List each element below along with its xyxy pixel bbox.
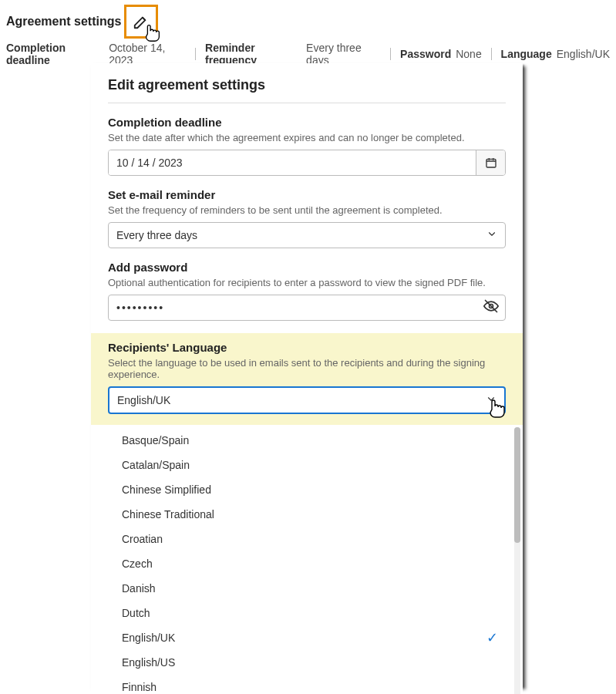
language-option[interactable]: Dutch✓ xyxy=(91,601,523,625)
pencil-icon xyxy=(133,13,150,30)
recipients-language-value: English/UK xyxy=(117,394,170,406)
summary-deadline-label: Completion deadline xyxy=(6,42,104,66)
language-option-label: Chinese Simplified xyxy=(122,483,211,496)
password-desc: Optional authentication for recipients t… xyxy=(108,277,506,288)
recipients-language-select[interactable]: English/UK xyxy=(108,386,506,414)
language-option-label: Chinese Traditional xyxy=(122,508,214,520)
language-option-label: English/US xyxy=(122,656,175,669)
language-option[interactable]: Czech✓ xyxy=(91,551,523,576)
toggle-password-visibility-button[interactable] xyxy=(483,298,499,317)
language-dropdown[interactable]: Basque/Spain✓Catalan/Spain✓Chinese Simpl… xyxy=(91,425,523,694)
password-field[interactable] xyxy=(108,295,506,321)
language-option-label: Catalan/Spain xyxy=(122,459,190,471)
language-option-label: Danish xyxy=(122,582,156,595)
reminder-frequency-value: Every three days xyxy=(116,229,197,241)
summary-language-value: English/UK xyxy=(557,48,610,60)
language-option[interactable]: Chinese Simplified✓ xyxy=(91,477,523,502)
deadline-desc: Set the date after which the agreement e… xyxy=(108,132,506,143)
summary-language-label: Language xyxy=(501,48,552,60)
language-option-label: English/UK xyxy=(122,632,175,644)
password-title: Add password xyxy=(108,261,506,274)
deadline-title: Completion deadline xyxy=(108,116,506,129)
calendar-icon xyxy=(485,157,497,169)
completion-deadline-field[interactable] xyxy=(108,150,506,176)
completion-deadline-input[interactable] xyxy=(109,150,476,175)
reminder-frequency-select[interactable]: Every three days xyxy=(108,222,506,248)
dropdown-scrollbar[interactable]: ▾ xyxy=(514,427,520,694)
scrollbar-thumb[interactable] xyxy=(514,427,520,543)
modal-title: Edit agreement settings xyxy=(108,77,506,103)
language-option[interactable]: Basque/Spain✓ xyxy=(91,428,523,453)
language-option-label: Croatian xyxy=(122,533,163,545)
summary-password-value: None xyxy=(456,48,481,60)
edit-settings-modal: Edit agreement settings Completion deadl… xyxy=(91,63,523,686)
language-option[interactable]: Catalan/Spain✓ xyxy=(91,453,523,477)
language-option[interactable]: Danish✓ xyxy=(91,576,523,601)
separator xyxy=(195,48,196,60)
svg-rect-0 xyxy=(486,159,496,167)
language-option[interactable]: Finnish✓ xyxy=(91,675,523,694)
eye-off-icon xyxy=(483,298,499,314)
language-option[interactable]: Chinese Traditional✓ xyxy=(91,502,523,527)
edit-settings-button[interactable] xyxy=(124,5,158,39)
language-desc: Select the language to be used in emails… xyxy=(108,357,506,380)
language-option-label: Finnish xyxy=(122,681,157,693)
chevron-down-icon xyxy=(486,394,497,407)
check-icon: ✓ xyxy=(486,629,498,646)
reminder-title: Set e-mail reminder xyxy=(108,188,506,201)
language-option[interactable]: Croatian✓ xyxy=(91,527,523,551)
language-title: Recipients' Language xyxy=(108,341,506,354)
summary-password-label: Password xyxy=(400,48,451,60)
separator xyxy=(491,48,492,60)
language-option-label: Basque/Spain xyxy=(122,434,189,446)
language-option[interactable]: English/US✓ xyxy=(91,650,523,675)
page-title: Agreement settings xyxy=(6,15,121,29)
language-option-label: Czech xyxy=(122,558,153,570)
calendar-button[interactable] xyxy=(476,150,505,175)
language-option[interactable]: English/UK✓ xyxy=(91,625,523,650)
chevron-down-icon xyxy=(486,229,497,242)
password-input[interactable] xyxy=(116,302,483,314)
language-option-label: Dutch xyxy=(122,607,150,619)
separator xyxy=(390,48,391,60)
reminder-desc: Set the frequency of reminders to be sen… xyxy=(108,204,506,216)
